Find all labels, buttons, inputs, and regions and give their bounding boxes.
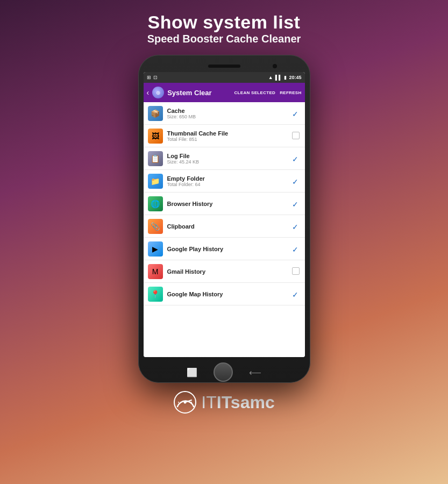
browser-checkbox[interactable]: ✓ bbox=[292, 200, 301, 208]
page-title-main: Show system list bbox=[147, 12, 301, 33]
app-bar: ‹ ⊛ System Clear CLEAN SELECTED REFRESH bbox=[144, 83, 305, 102]
cache-name: Cache bbox=[167, 108, 292, 114]
browser-text: Browser History bbox=[167, 201, 292, 207]
log-icon: 📋 bbox=[148, 151, 163, 166]
refresh-button[interactable]: REFRESH bbox=[280, 90, 301, 95]
log-text: Log FileSize: 45.24 KB bbox=[167, 153, 292, 165]
thumbnail-text: Thumbnail Cache FileTotal File: 851 bbox=[167, 130, 292, 142]
playstore-text: Google Play History bbox=[167, 246, 292, 252]
list-item-clipboard[interactable]: 📎Clipboard✓ bbox=[144, 215, 305, 238]
log-checkbox[interactable]: ✓ bbox=[292, 154, 301, 163]
back-button[interactable]: ‹ bbox=[147, 88, 150, 97]
app-bar-actions: CLEAN SELECTED REFRESH bbox=[234, 90, 302, 95]
clipboard-checkbox[interactable]: ✓ bbox=[292, 222, 301, 231]
thumbnail-detail: Total File: 851 bbox=[167, 137, 292, 142]
maps-text: Google Map History bbox=[167, 291, 292, 297]
status-bar: ⊞ ⊡ ▲ ▌▌ ▮ 20:45 bbox=[144, 72, 305, 83]
app-bar-title: System Clear bbox=[167, 89, 234, 97]
cache-detail: Size: 650 MB bbox=[167, 114, 292, 119]
list-container: 📦CacheSize: 650 MB✓🖼Thumbnail Cache File… bbox=[144, 102, 305, 357]
signal-icon: ▌▌ bbox=[275, 75, 282, 80]
phone-top bbox=[144, 60, 305, 72]
folder-icon: 📁 bbox=[148, 174, 163, 189]
brand-name-text: ITsamc bbox=[217, 393, 275, 412]
status-notification-icon: ⊞ bbox=[147, 75, 151, 80]
clipboard-text: Clipboard bbox=[167, 223, 292, 230]
maps-name: Google Map History bbox=[167, 291, 292, 297]
phone-speaker bbox=[208, 65, 240, 68]
list-item-gmail[interactable]: MGmail History bbox=[144, 260, 305, 283]
playstore-checkbox[interactable]: ✓ bbox=[292, 245, 301, 253]
list-item-cache[interactable]: 📦CacheSize: 650 MB✓ bbox=[144, 102, 305, 125]
cache-checkbox[interactable]: ✓ bbox=[292, 109, 301, 118]
list-item-playstore[interactable]: ▶Google Play History✓ bbox=[144, 238, 305, 260]
gmail-icon: M bbox=[148, 264, 163, 279]
cache-text: CacheSize: 650 MB bbox=[167, 108, 292, 119]
phone-screen: ⊞ ⊡ ▲ ▌▌ ▮ 20:45 ‹ ⊛ System Clear CLEAN … bbox=[144, 72, 305, 357]
clean-selected-button[interactable]: CLEAN SELECTED bbox=[234, 90, 276, 95]
clipboard-icon: 📎 bbox=[148, 219, 163, 234]
log-name: Log File bbox=[167, 153, 292, 159]
phone-shell: ⊞ ⊡ ▲ ▌▌ ▮ 20:45 ‹ ⊛ System Clear CLEAN … bbox=[138, 55, 310, 383]
maps-checkbox[interactable]: ✓ bbox=[292, 290, 301, 298]
status-time: 20:45 bbox=[289, 75, 301, 80]
battery-icon: ▮ bbox=[284, 75, 287, 80]
page-header: Show system list Speed Booster Cache Cle… bbox=[147, 0, 301, 51]
thumbnail-icon: 🖼 bbox=[148, 129, 163, 144]
folder-checkbox[interactable]: ✓ bbox=[292, 177, 301, 186]
folder-name: Empty Folder bbox=[167, 175, 292, 182]
page-title-sub: Speed Booster Cache Cleaner bbox=[147, 33, 301, 45]
thumbnail-name: Thumbnail Cache File bbox=[167, 130, 292, 137]
back-nav-button[interactable]: ⟵ bbox=[249, 367, 261, 378]
gmail-checkbox[interactable] bbox=[292, 267, 301, 276]
wifi-icon: ▲ bbox=[268, 75, 273, 80]
folder-text: Empty FolderTotal Folder: 64 bbox=[167, 175, 292, 187]
list-item-log[interactable]: 📋Log FileSize: 45.24 KB✓ bbox=[144, 147, 305, 170]
home-button[interactable] bbox=[214, 362, 233, 382]
brand-logo bbox=[173, 390, 197, 414]
footer-brand: ITITsamc bbox=[173, 390, 274, 414]
gmail-name: Gmail History bbox=[167, 268, 292, 275]
status-left: ⊞ ⊡ bbox=[147, 75, 158, 80]
maps-icon: 📍 bbox=[148, 287, 163, 302]
phone-camera bbox=[273, 64, 277, 68]
list-item-thumbnail[interactable]: 🖼Thumbnail Cache FileTotal File: 851 bbox=[144, 125, 305, 147]
list-item-maps[interactable]: 📍Google Map History✓ bbox=[144, 283, 305, 305]
app-icon-symbol: ⊛ bbox=[156, 90, 160, 96]
status-right: ▲ ▌▌ ▮ 20:45 bbox=[268, 75, 302, 80]
log-detail: Size: 45.24 KB bbox=[167, 159, 292, 165]
gmail-text: Gmail History bbox=[167, 268, 292, 275]
browser-icon: 🌐 bbox=[148, 196, 163, 211]
recents-button[interactable]: ⬜ bbox=[187, 367, 197, 378]
status-settings-icon: ⊡ bbox=[153, 75, 158, 80]
svg-point-2 bbox=[184, 401, 187, 404]
folder-detail: Total Folder: 64 bbox=[167, 182, 292, 187]
list-item-browser[interactable]: 🌐Browser History✓ bbox=[144, 193, 305, 215]
playstore-name: Google Play History bbox=[167, 246, 292, 252]
phone-bottom: ⬜ ⟵ bbox=[144, 359, 305, 385]
list-item-folder[interactable]: 📁Empty FolderTotal Folder: 64✓ bbox=[144, 170, 305, 193]
clipboard-name: Clipboard bbox=[167, 223, 292, 230]
brand-name: ITITsamc bbox=[201, 393, 274, 412]
playstore-icon: ▶ bbox=[148, 241, 163, 257]
logo-svg bbox=[173, 390, 197, 414]
thumbnail-checkbox[interactable] bbox=[292, 132, 301, 140]
cache-icon: 📦 bbox=[148, 106, 163, 121]
browser-name: Browser History bbox=[167, 201, 292, 207]
app-icon: ⊛ bbox=[152, 87, 164, 98]
